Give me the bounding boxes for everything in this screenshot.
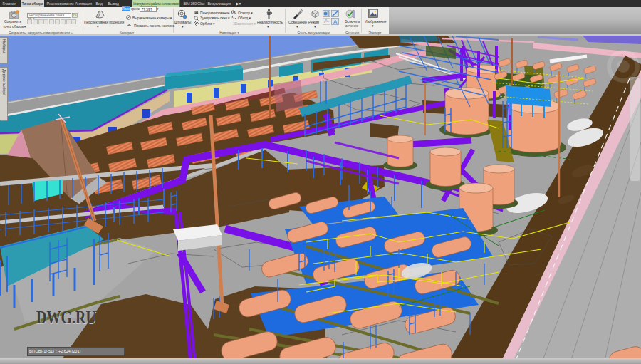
svg-text:A: A xyxy=(333,19,338,25)
